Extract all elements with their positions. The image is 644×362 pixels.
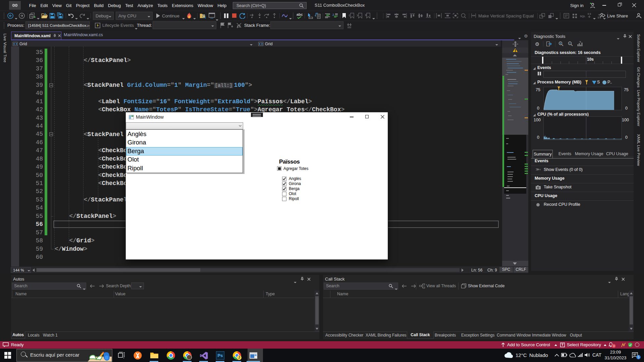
svg-text:?: ? [579, 41, 581, 44]
svg-text:2: 2 [332, 13, 334, 16]
